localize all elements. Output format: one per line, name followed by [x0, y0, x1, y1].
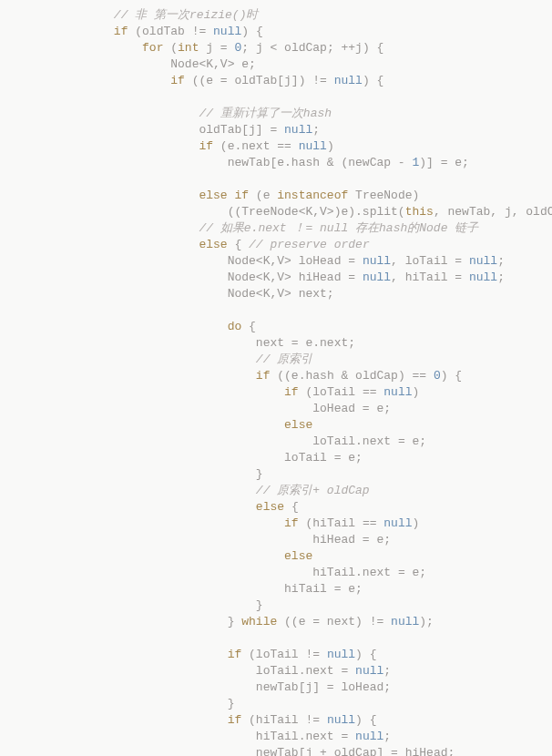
token-pn: ; [383, 730, 391, 743]
token-kwn: null [469, 271, 497, 284]
token-kw: if [228, 713, 242, 727]
token-pn: ) [327, 139, 334, 153]
token-pn: { [241, 320, 256, 333]
token-kw: while [241, 615, 277, 628]
token-kwn: null [383, 516, 412, 530]
token-pn: ) [413, 516, 420, 530]
token-kw: if [284, 516, 299, 530]
token-kwn: null [355, 664, 383, 678]
token-kw: do [228, 320, 242, 333]
token-id: hiTail = e; [284, 582, 363, 596]
token-pn [56, 631, 64, 645]
token-id: newTab[e.hash & (newCap - [228, 156, 413, 169]
code-line: loHead = e; [0, 401, 552, 417]
token-id: , newTab, j, oldCap); [434, 205, 552, 219]
token-pn: (oldTab != [128, 25, 213, 38]
token-kwn: null [213, 25, 241, 38]
token-pn: ; [497, 271, 505, 284]
token-id: oldTab[j] = [199, 123, 284, 137]
token-kw: if [170, 74, 185, 87]
token-pn: } [256, 598, 263, 612]
token-kwn: null [327, 648, 355, 661]
code-line: Node<K,V> hiHead = null, hiTail = null; [0, 270, 552, 286]
token-kwn: null [383, 385, 412, 399]
token-kwn: null [469, 254, 497, 268]
code-line: for (int j = 0; j < oldCap; ++j) { [0, 40, 552, 56]
code-line: else [0, 548, 552, 565]
token-pn [56, 90, 64, 104]
code-line: hiTail.next = null; [0, 729, 552, 745]
code-line: // 如果e.next ！= null 存在hash的Node 链子 [0, 220, 552, 237]
code-line: Node<K,V> next; [0, 286, 552, 302]
token-kwn: null [391, 615, 419, 628]
token-id: newTab[j] = loHead; [256, 680, 391, 694]
token-id: newTab[j + oldCap] = hiHead; [256, 746, 455, 756]
token-pn: ); [419, 615, 434, 628]
token-kw: if [284, 385, 299, 399]
token-kw: if [114, 25, 128, 38]
token-id: hiTail.next = e; [312, 566, 426, 579]
code-block: // 非 第一次reizie()时 if (oldTab != null) { … [0, 7, 552, 756]
code-line: do { [0, 319, 552, 335]
token-pn: ((e = oldTab[j]) != [185, 74, 334, 87]
code-line: } [0, 696, 552, 712]
code-line: hiTail = e; [0, 581, 552, 598]
code-line: else [0, 417, 552, 434]
code-line: if ((e = oldTab[j]) != null) { [0, 73, 552, 89]
token-pn: ; j < oldCap; ++j) { [241, 41, 383, 55]
token-kwn: null [299, 139, 327, 153]
code-line: } while ((e = next) != null); [0, 614, 552, 630]
code-line: Node<K,V> loHead = null, loTail = null; [0, 253, 552, 270]
token-pn: ) { [241, 25, 262, 38]
token-pn [56, 172, 64, 186]
code-line: if (hiTail == null) [0, 516, 552, 532]
token-pn: { [228, 238, 249, 251]
token-kw: else [256, 500, 284, 514]
token-kwn: null [363, 254, 391, 268]
code-line: Node<K,V> e; [0, 56, 552, 73]
token-kw: int [178, 41, 199, 55]
token-pn: ; [383, 664, 391, 678]
code-line: if (e.next == null) [0, 138, 552, 155]
token-pn: ((e = next) != [277, 615, 391, 628]
token-id: hiHead = e; [312, 533, 391, 547]
token-cm: // 重新计算了一次hash [199, 107, 332, 120]
code-line: newTab[j + oldCap] = hiHead; [0, 745, 552, 756]
token-pn: ) { [363, 74, 383, 87]
token-pn: (loTail == [299, 385, 384, 399]
token-pn: ) { [355, 713, 376, 727]
code-line [0, 630, 552, 647]
token-id: ((TreeNode<K,V>)e).split( [228, 205, 405, 219]
token-pn: (loTail != [241, 648, 327, 661]
code-line: hiTail.next = e; [0, 565, 552, 581]
token-kwn: null [363, 271, 391, 284]
code-line: loTail.next = e; [0, 434, 552, 450]
token-pn: ; [312, 123, 320, 137]
code-line: oldTab[j] = null; [0, 122, 552, 138]
token-cm: // 如果e.next ！= null 存在hash的Node 链子 [199, 221, 478, 235]
token-pn: TreeNode) [348, 189, 419, 202]
token-kw: instanceof [277, 189, 348, 202]
code-line: next = e.next; [0, 335, 552, 352]
token-pn: ) { [355, 648, 376, 661]
code-line: if (loTail != null) { [0, 647, 552, 663]
token-pn: (e.next == [213, 139, 299, 153]
code-line: if (loTail == null) [0, 384, 552, 401]
code-line: // 重新计算了一次hash [0, 106, 552, 122]
token-pn: j = [199, 41, 234, 55]
token-kwn: null [355, 730, 383, 743]
token-pn: { [284, 500, 299, 514]
token-id: , hiTail = [391, 271, 469, 284]
token-pn: ) [413, 385, 420, 399]
token-id: loTail = e; [284, 451, 363, 465]
code-line [0, 302, 552, 319]
token-id: )] = e; [419, 156, 469, 169]
token-id: loTail.next = [256, 664, 355, 678]
token-id: Node<K,V> next; [228, 287, 334, 301]
token-pn: ) { [441, 369, 462, 383]
code-line: newTab[e.hash & (newCap - 1)] = e; [0, 155, 552, 171]
token-kw: if [199, 139, 213, 153]
token-pn: } [228, 697, 235, 710]
token-pn: } [228, 615, 242, 628]
token-cm: // 原索引+ oldCap [256, 484, 370, 497]
